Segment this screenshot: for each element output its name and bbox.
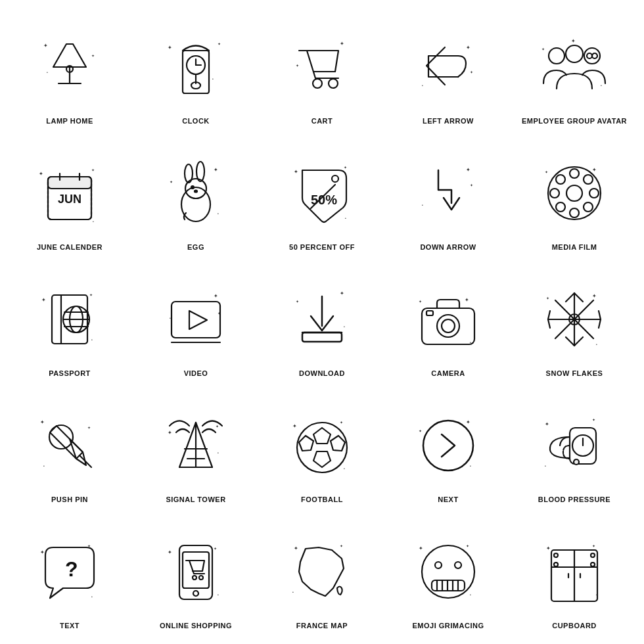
svg-text:✦: ✦ xyxy=(296,64,299,68)
svg-text:•: • xyxy=(601,83,602,87)
down-arrow-cell: ✦ ✦ • DOWN ARROW xyxy=(385,133,511,259)
video-cell: ✦ ✦ • VIDEO xyxy=(133,259,259,385)
svg-point-43 xyxy=(196,162,204,181)
svg-point-45 xyxy=(195,191,197,193)
passport-cell: ✦ ✦ • PASSPORT xyxy=(7,259,133,385)
svg-point-44 xyxy=(191,186,194,189)
text-label: TEXT xyxy=(60,622,80,630)
svg-text:•: • xyxy=(170,316,171,320)
next-cell: ✦ ✦ • NEXT xyxy=(385,385,511,511)
svg-marker-81 xyxy=(189,311,207,329)
svg-text:✦: ✦ xyxy=(43,43,48,49)
svg-point-66 xyxy=(556,202,565,212)
snow-flakes-cell: ✦ ✦ • SNOW FLAKES xyxy=(511,259,637,385)
svg-text:•: • xyxy=(91,595,93,599)
push-pin-cell: ✦ ✦ • PUSH PIN xyxy=(7,385,133,511)
svg-text:•: • xyxy=(545,464,546,468)
svg-rect-80 xyxy=(172,302,220,338)
svg-point-183 xyxy=(591,563,595,566)
svg-line-106 xyxy=(566,337,574,346)
svg-text:•: • xyxy=(344,467,345,471)
download-cell: ✦ ✦ • DOWNLOAD xyxy=(259,259,385,385)
svg-text:✦: ✦ xyxy=(466,544,469,548)
svg-point-129 xyxy=(297,423,347,472)
next-label: NEXT xyxy=(438,495,458,503)
cart-label: CART xyxy=(311,117,333,125)
svg-text:✦: ✦ xyxy=(592,167,597,173)
media-film-cell: ✦ ✦ MEDIA FILM xyxy=(511,133,637,259)
svg-text:✦: ✦ xyxy=(466,419,471,425)
svg-text:•: • xyxy=(218,451,219,455)
emoji-grimacing-label: EMOJI GRIMACING xyxy=(413,622,484,630)
online-shopping-cell: ✦ ✦ • ONLINE SHOPPING xyxy=(133,511,259,637)
svg-text:✦: ✦ xyxy=(91,54,95,58)
svg-point-181 xyxy=(591,553,595,557)
svg-text:✦: ✦ xyxy=(344,166,347,170)
svg-point-156 xyxy=(199,576,203,580)
svg-text:•: • xyxy=(91,338,93,342)
svg-text:✦: ✦ xyxy=(419,429,422,433)
june-calender-label: JUNE CALENDER xyxy=(37,243,103,251)
svg-text:•: • xyxy=(422,83,423,87)
svg-text:✦: ✦ xyxy=(340,421,343,425)
svg-point-16 xyxy=(329,79,338,88)
svg-text:✦: ✦ xyxy=(592,544,595,548)
svg-point-58 xyxy=(548,167,601,219)
svg-point-154 xyxy=(193,591,198,596)
svg-text:JUN: JUN xyxy=(58,193,81,206)
svg-rect-6 xyxy=(183,51,209,93)
svg-text:✦: ✦ xyxy=(40,549,45,555)
svg-line-104 xyxy=(566,293,574,302)
svg-text:✦: ✦ xyxy=(170,180,173,184)
svg-line-105 xyxy=(574,293,583,302)
camera-cell: ✦ ✦ • CAMERA xyxy=(385,259,511,385)
svg-text:•: • xyxy=(93,219,94,223)
svg-text:✦: ✦ xyxy=(218,311,221,315)
svg-text:✦: ✦ xyxy=(214,293,218,299)
svg-text:•: • xyxy=(470,593,471,597)
svg-text:✦: ✦ xyxy=(214,167,218,173)
blood-pressure-label: BLOOD PRESSURE xyxy=(538,495,610,503)
down-arrow-label: DOWN ARROW xyxy=(420,243,476,251)
svg-text:•: • xyxy=(43,464,45,468)
svg-text:•: • xyxy=(470,464,471,468)
svg-text:✦: ✦ xyxy=(340,41,344,47)
svg-text:✦: ✦ xyxy=(168,430,172,436)
svg-text:✦: ✦ xyxy=(340,290,344,296)
svg-text:✦: ✦ xyxy=(419,545,423,551)
svg-line-108 xyxy=(548,311,550,319)
egg-cell: ✦ ✦ • EGG xyxy=(133,133,259,259)
svg-point-26 xyxy=(592,53,597,58)
svg-point-61 xyxy=(570,208,579,218)
push-pin-label: PUSH PIN xyxy=(51,495,88,503)
svg-text:✦: ✦ xyxy=(541,47,545,51)
svg-text:✦: ✦ xyxy=(592,293,597,299)
employee-group-avatar-label: EMPLOYEE GROUP AVATAR xyxy=(522,117,627,125)
svg-text:✦: ✦ xyxy=(545,421,549,427)
emoji-grimacing-cell: ✦ ✦ • EMOJI GRIMACING xyxy=(385,511,511,637)
svg-line-107 xyxy=(574,337,583,346)
svg-point-22 xyxy=(549,48,564,64)
svg-point-65 xyxy=(584,202,593,212)
svg-text:✦: ✦ xyxy=(87,544,91,548)
camera-label: CAMERA xyxy=(431,369,465,377)
svg-text:✦: ✦ xyxy=(470,70,473,74)
svg-marker-131 xyxy=(313,451,331,467)
france-map-cell: ✦ ✦ • FRANCE MAP xyxy=(259,511,385,637)
svg-text:✦: ✦ xyxy=(89,293,93,297)
svg-text:✦: ✦ xyxy=(218,42,221,46)
svg-marker-130 xyxy=(313,428,331,444)
svg-point-137 xyxy=(423,421,473,471)
svg-point-25 xyxy=(587,53,592,58)
download-label: DOWNLOAD xyxy=(299,369,345,377)
svg-text:✦: ✦ xyxy=(216,425,219,428)
svg-point-15 xyxy=(313,79,322,88)
svg-text:?: ? xyxy=(65,557,78,581)
svg-text:•: • xyxy=(345,216,346,220)
clock-label: CLOCK xyxy=(182,117,210,125)
svg-point-59 xyxy=(566,185,582,201)
svg-text:✦: ✦ xyxy=(545,170,548,174)
svg-point-180 xyxy=(554,553,558,557)
svg-text:✦: ✦ xyxy=(87,426,91,430)
egg-label: EGG xyxy=(187,243,204,251)
